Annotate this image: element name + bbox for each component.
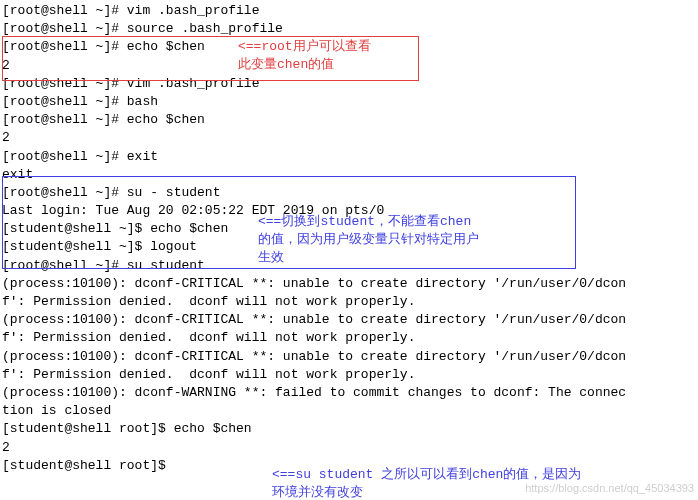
annotation-text-blue: 生效 [258, 249, 284, 267]
terminal-line: (process:10100): dconf-CRITICAL **: unab… [2, 311, 696, 329]
terminal-line: [root@shell ~]# bash [2, 93, 696, 111]
terminal-line: [student@shell root]$ echo $chen [2, 420, 696, 438]
terminal-line: [root@shell ~]# su student [2, 257, 696, 275]
terminal-line: f': Permission denied. dconf will not wo… [2, 366, 696, 384]
annotation-text-red: 此变量chen的值 [238, 56, 334, 74]
annotation-text-blue: 环境并没有改变 [272, 484, 363, 500]
watermark: https://blog.csdn.net/qq_45034393 [525, 481, 694, 496]
terminal-line: tion is closed [2, 402, 696, 420]
annotation-text-red: <==root用户可以查看 [238, 38, 371, 56]
terminal-line: [root@shell ~]# vim .bash_profile [2, 75, 696, 93]
terminal-line: [root@shell ~]# echo $chen [2, 111, 696, 129]
terminal-line: f': Permission denied. dconf will not wo… [2, 329, 696, 347]
terminal-line: (process:10100): dconf-WARNING **: faile… [2, 384, 696, 402]
terminal-line: 2 [2, 57, 696, 75]
terminal-line: 2 [2, 129, 696, 147]
terminal-line: [root@shell ~]# su - student [2, 184, 696, 202]
annotation-text-blue: <==切换到student，不能查看chen [258, 213, 471, 231]
terminal-line: exit [2, 166, 696, 184]
terminal-line: [root@shell ~]# source .bash_profile [2, 20, 696, 38]
terminal-line: [root@shell ~]# exit [2, 148, 696, 166]
terminal-line: 2 [2, 439, 696, 457]
annotation-text-blue: 的值，因为用户级变量只针对特定用户 [258, 231, 479, 249]
terminal-line: f': Permission denied. dconf will not wo… [2, 293, 696, 311]
terminal-line: [root@shell ~]# vim .bash_profile [2, 2, 696, 20]
terminal-line: (process:10100): dconf-CRITICAL **: unab… [2, 275, 696, 293]
terminal-line: (process:10100): dconf-CRITICAL **: unab… [2, 348, 696, 366]
